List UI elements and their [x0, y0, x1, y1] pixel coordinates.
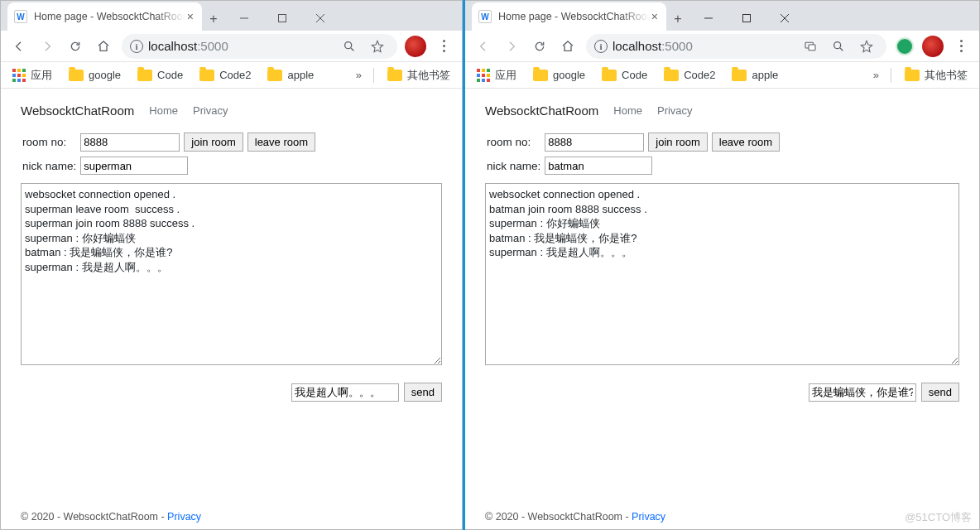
- join-room-button[interactable]: join room: [648, 132, 707, 152]
- back-button[interactable]: [6, 33, 32, 60]
- bookmark-folder-code2[interactable]: Code2: [657, 64, 722, 87]
- address-bar[interactable]: i localhost:5000: [586, 34, 886, 59]
- site-info-icon[interactable]: i: [594, 40, 608, 53]
- folder-icon: [602, 70, 617, 81]
- separator: [373, 68, 374, 83]
- new-tab-button[interactable]: +: [202, 7, 225, 31]
- folder-icon: [387, 70, 402, 81]
- bookmarks-bar: 应用 google Code Code2 apple » 其他书签: [1, 62, 462, 89]
- window-close-button[interactable]: [766, 6, 804, 31]
- apps-label: 应用: [495, 68, 516, 83]
- other-bookmarks-button[interactable]: 其他书签: [381, 64, 457, 87]
- nick-name-input[interactable]: [545, 157, 652, 175]
- site-navbar: WebsocktChatRoom Home Privacy: [485, 99, 959, 123]
- browser-toolbar: i localhost:5000: [1, 31, 462, 62]
- apps-button[interactable]: 应用: [6, 64, 59, 87]
- close-tab-icon[interactable]: ×: [650, 10, 660, 23]
- zoom-icon[interactable]: [338, 35, 361, 58]
- desktop-site-icon[interactable]: [799, 35, 822, 58]
- browser-window-right: W Home page - WebsocktChatRoom × + i loc…: [465, 0, 980, 530]
- svg-rect-2: [743, 15, 751, 22]
- bookmark-folder-google[interactable]: google: [526, 64, 592, 87]
- nav-link-home[interactable]: Home: [149, 104, 178, 117]
- back-button[interactable]: [470, 33, 497, 60]
- nav-link-home[interactable]: Home: [613, 104, 642, 117]
- chrome-menu-button[interactable]: [430, 33, 457, 60]
- zoom-icon[interactable]: [827, 35, 850, 58]
- send-button[interactable]: send: [921, 383, 959, 402]
- reload-button[interactable]: [62, 33, 89, 60]
- favicon-icon: W: [14, 10, 27, 23]
- profile-avatar-guest[interactable]: [891, 33, 918, 60]
- footer-privacy-link[interactable]: Privacy: [167, 511, 201, 523]
- apps-label: 应用: [31, 68, 52, 83]
- bookmark-folder-code[interactable]: Code: [595, 64, 654, 87]
- leave-room-button[interactable]: leave room: [247, 132, 315, 152]
- nav-link-privacy[interactable]: Privacy: [657, 104, 693, 117]
- chrome-menu-button[interactable]: [948, 33, 974, 60]
- site-info-icon[interactable]: i: [130, 40, 143, 53]
- navbar-brand[interactable]: WebsocktChatRoom: [21, 104, 134, 118]
- url-path: :5000: [661, 39, 693, 53]
- bookmarks-overflow-button[interactable]: »: [351, 69, 367, 81]
- bookmark-folder-code[interactable]: Code: [131, 64, 190, 87]
- chat-log[interactable]: [21, 183, 442, 365]
- bookmark-folder-apple[interactable]: apple: [725, 64, 785, 87]
- window-maximize-button[interactable]: [728, 6, 766, 31]
- home-button[interactable]: [90, 33, 117, 60]
- folder-icon: [137, 70, 152, 81]
- bookmarks-overflow-button[interactable]: »: [868, 69, 884, 81]
- bookmark-folder-google[interactable]: google: [62, 64, 127, 87]
- close-tab-icon[interactable]: ×: [185, 10, 195, 23]
- svg-rect-4: [809, 45, 815, 51]
- tab-active[interactable]: W Home page - WebsocktChatRoom ×: [472, 2, 666, 31]
- navbar-brand[interactable]: WebsocktChatRoom: [485, 104, 598, 118]
- favicon-icon: W: [478, 10, 492, 23]
- forward-button[interactable]: [498, 33, 525, 60]
- home-button[interactable]: [555, 33, 581, 60]
- room-no-input[interactable]: [545, 133, 644, 152]
- address-bar[interactable]: i localhost:5000: [122, 34, 397, 59]
- nav-link-privacy[interactable]: Privacy: [193, 104, 228, 117]
- folder-icon: [69, 70, 84, 81]
- message-input[interactable]: [291, 383, 399, 402]
- tab-strip: W Home page - WebsocktChatRoom × +: [1, 1, 462, 31]
- tab-title: Home page - WebsocktChatRoom: [34, 11, 185, 22]
- svg-point-5: [834, 41, 841, 48]
- footer-privacy-link[interactable]: Privacy: [632, 511, 665, 523]
- new-tab-button[interactable]: +: [666, 7, 689, 31]
- bookmark-folder-apple[interactable]: apple: [261, 64, 320, 87]
- bookmark-star-icon[interactable]: [855, 35, 878, 58]
- folder-icon: [664, 70, 679, 81]
- room-no-input[interactable]: [80, 133, 180, 152]
- chat-log[interactable]: [485, 183, 959, 365]
- window-maximize-button[interactable]: [263, 6, 301, 31]
- bookmark-star-icon[interactable]: [366, 35, 389, 58]
- folder-icon: [267, 70, 282, 81]
- window-minimize-button[interactable]: [689, 6, 728, 31]
- folder-icon: [533, 70, 548, 81]
- separator: [891, 68, 891, 83]
- forward-button[interactable]: [34, 33, 60, 60]
- profile-avatar[interactable]: [402, 33, 429, 60]
- leave-room-button[interactable]: leave room: [712, 132, 780, 152]
- site-navbar: WebsocktChatRoom Home Privacy: [21, 99, 442, 123]
- label-room-no: room no:: [22, 131, 79, 153]
- tab-active[interactable]: W Home page - WebsocktChatRoom ×: [7, 2, 202, 31]
- other-bookmarks-button[interactable]: 其他书签: [898, 64, 974, 87]
- reload-button[interactable]: [526, 33, 553, 60]
- nick-name-input[interactable]: [80, 157, 188, 175]
- window-minimize-button[interactable]: [225, 6, 263, 31]
- join-room-button[interactable]: join room: [184, 132, 243, 152]
- svg-point-1: [345, 41, 352, 48]
- profile-avatar[interactable]: [920, 33, 946, 60]
- message-input[interactable]: [809, 383, 916, 402]
- apps-button[interactable]: 应用: [470, 64, 523, 87]
- bookmark-folder-code2[interactable]: Code2: [193, 64, 257, 87]
- label-nick-name: nick name:: [487, 155, 543, 176]
- bookmarks-bar: 应用 google Code Code2 apple » 其他书签: [465, 62, 979, 89]
- send-button[interactable]: send: [404, 383, 442, 402]
- folder-icon: [199, 70, 214, 81]
- window-close-button[interactable]: [301, 6, 339, 31]
- label-room-no: room no:: [487, 131, 543, 153]
